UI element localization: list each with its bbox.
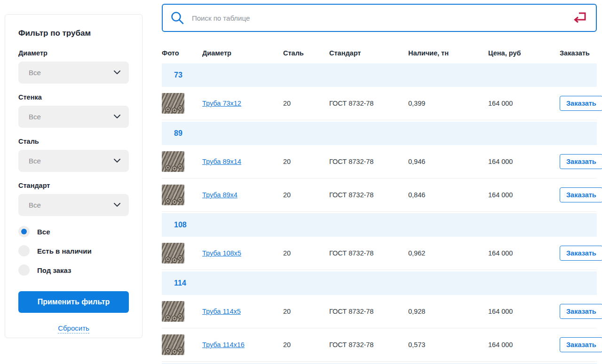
product-link[interactable]: Труба 114x5	[202, 308, 241, 315]
select-wall[interactable]: Все	[18, 106, 129, 128]
group-label: 73	[174, 71, 182, 79]
filter-title: Фильтр по трубам	[18, 29, 129, 38]
steel-cell: 20	[283, 249, 329, 257]
chevron-down-icon	[114, 70, 120, 75]
filter-label-diameter: Диаметр	[18, 49, 129, 57]
radio-label: Все	[37, 228, 50, 236]
product-link[interactable]: Труба 73x12	[202, 100, 241, 107]
select-wall-value: Все	[29, 113, 41, 121]
filter-panel: Фильтр по трубам Диаметр Все Стенка Все …	[5, 14, 143, 338]
select-standard[interactable]: Все	[18, 194, 129, 216]
price-cell: 164 000	[488, 341, 560, 349]
product-link[interactable]: Труба 114x16	[202, 341, 245, 349]
availability-cell: 0,399	[408, 100, 488, 107]
group-row: 73	[162, 63, 597, 87]
steel-cell: 20	[283, 191, 329, 199]
radio-icon	[18, 226, 30, 237]
filter-label-wall: Стенка	[18, 93, 129, 101]
pipe-photo[interactable]	[162, 185, 184, 205]
standard-cell: ГОСТ 8732-78	[329, 341, 408, 349]
table-row: Труба 114x16 20 ГОСТ 8732-78 0,573 164 0…	[162, 328, 597, 362]
chevron-down-icon	[114, 159, 120, 163]
table-header: Фото Диаметр Сталь Стандарт Наличие, тн …	[162, 42, 597, 63]
select-diameter[interactable]: Все	[18, 62, 129, 84]
price-cell: 164 000	[488, 191, 560, 199]
radio-icon	[18, 264, 30, 276]
order-button[interactable]: Заказать	[560, 96, 602, 111]
select-steel[interactable]: Все	[18, 150, 129, 172]
table-body: 73 Труба 73x12 20 ГОСТ 8732-78 0,399 164…	[162, 63, 597, 364]
col-header-order: Заказать	[560, 49, 599, 57]
order-button[interactable]: Заказать	[560, 154, 602, 169]
col-header-photo: Фото	[162, 49, 202, 57]
steel-cell: 20	[283, 308, 329, 315]
product-link[interactable]: Труба 89x14	[202, 158, 241, 165]
order-button[interactable]: Заказать	[560, 304, 602, 319]
apply-filter-button[interactable]: Применить фильтр	[18, 291, 129, 313]
search-icon	[170, 11, 184, 25]
pipe-photo[interactable]	[162, 151, 184, 172]
availability-cell: 0,928	[408, 308, 488, 315]
pipe-photo[interactable]	[162, 93, 184, 114]
group-label: 114	[174, 279, 186, 287]
order-button[interactable]: Заказать	[560, 187, 602, 202]
table-row: Труба 73x12 20 ГОСТ 8732-78 0,399 164 00…	[162, 87, 597, 120]
availability-cell: 0,962	[408, 249, 488, 257]
radio-option-0[interactable]: Все	[18, 226, 129, 237]
filter-label-standard: Стандарт	[18, 182, 129, 189]
pipe-photo[interactable]	[162, 301, 184, 322]
radio-label: Есть в наличии	[37, 247, 92, 255]
group-label: 89	[174, 129, 182, 138]
price-cell: 164 000	[488, 308, 560, 315]
price-cell: 164 000	[488, 249, 560, 257]
order-button[interactable]: Заказать	[560, 246, 602, 261]
steel-cell: 20	[283, 158, 329, 165]
availability-cell: 0,573	[408, 341, 488, 349]
pipes-table-section: Фото Диаметр Сталь Стандарт Наличие, тн …	[162, 4, 597, 364]
group-row: 108	[162, 213, 597, 237]
steel-cell: 20	[283, 341, 329, 349]
table-search-bar	[162, 4, 597, 32]
standard-cell: ГОСТ 8732-78	[329, 249, 408, 257]
product-link[interactable]: Труба 108x5	[202, 249, 241, 257]
col-header-availability: Наличие, тн	[408, 49, 488, 57]
standard-cell: ГОСТ 8732-78	[329, 100, 408, 107]
radio-option-2[interactable]: Под заказ	[18, 264, 129, 276]
col-header-diameter: Диаметр	[202, 49, 283, 57]
chevron-down-icon	[114, 203, 120, 207]
price-cell: 164 000	[488, 100, 560, 107]
search-input[interactable]	[191, 14, 572, 23]
filter-label-steel: Сталь	[18, 138, 129, 145]
group-label: 108	[174, 221, 187, 229]
chevron-down-icon	[114, 115, 120, 119]
col-header-steel: Сталь	[283, 49, 329, 57]
radio-label: Под заказ	[37, 266, 71, 274]
group-row: 114	[162, 271, 597, 295]
select-diameter-value: Все	[29, 69, 41, 77]
pipe-photo[interactable]	[162, 243, 184, 263]
product-link[interactable]: Труба 89x4	[202, 191, 238, 199]
table-row: Труба 114x5 20 ГОСТ 8732-78 0,928 164 00…	[162, 295, 597, 328]
standard-cell: ГОСТ 8732-78	[329, 158, 408, 165]
select-steel-value: Все	[29, 157, 41, 165]
availability-cell: 0,946	[408, 158, 488, 165]
pipe-photo[interactable]	[162, 334, 184, 355]
table-row: Труба 89x14 20 ГОСТ 8732-78 0,946 164 00…	[162, 145, 597, 178]
reset-filter-link[interactable]: Сбросить	[58, 324, 89, 333]
group-row: 89	[162, 122, 597, 145]
price-cell: 164 000	[488, 158, 560, 165]
col-header-price: Цена, руб	[488, 49, 560, 57]
standard-cell: ГОСТ 8732-78	[329, 191, 408, 199]
col-header-standard: Стандарт	[329, 49, 408, 57]
select-standard-value: Все	[29, 201, 41, 209]
enter-arrow-icon[interactable]	[572, 12, 586, 24]
steel-cell: 20	[283, 100, 329, 107]
table-row: Труба 89x4 20 ГОСТ 8732-78 0,846 164 000…	[162, 178, 597, 212]
availability-cell: 0,846	[408, 191, 488, 199]
order-button[interactable]: Заказать	[560, 337, 602, 352]
radio-option-1[interactable]: Есть в наличии	[18, 245, 129, 256]
table-row: Труба 108x5 20 ГОСТ 8732-78 0,962 164 00…	[162, 237, 597, 270]
standard-cell: ГОСТ 8732-78	[329, 308, 408, 315]
radio-icon	[18, 245, 30, 256]
